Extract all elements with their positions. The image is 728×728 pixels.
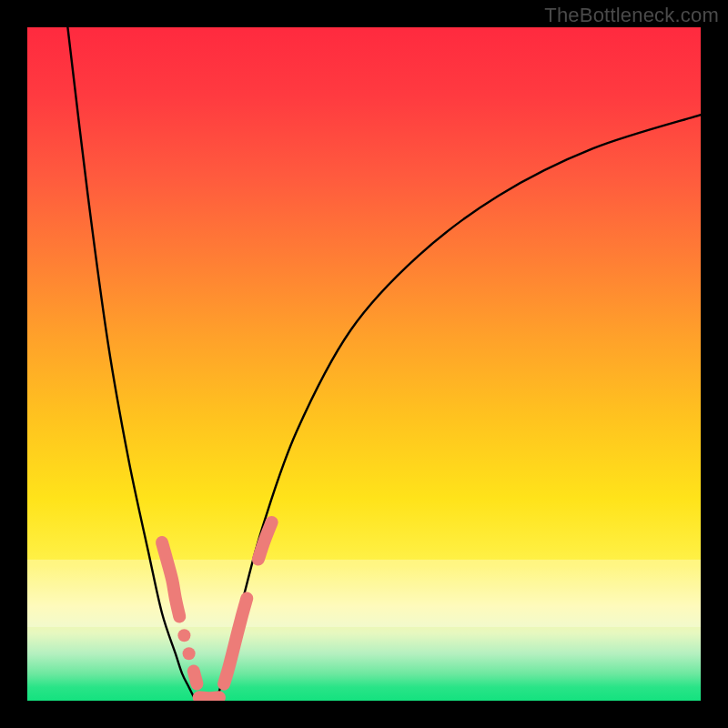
chart-frame: TheBottleneck.com [0,0,728,728]
curve-layer [67,27,701,701]
curve-right-arm [216,115,701,701]
marker-layer [162,522,272,698]
marker-right-lower-cluster [224,599,247,684]
marker-left-mid-dot-a [177,629,190,642]
marker-left-top-cluster [162,542,179,616]
marker-bottom-bar [199,697,219,698]
chart-svg [27,27,701,701]
marker-left-lower-pair [194,671,197,683]
marker-left-mid-dot-b [183,647,196,660]
marker-right-top-cluster [258,522,272,560]
watermark-text: TheBottleneck.com [544,4,719,27]
plot-area [27,27,701,701]
